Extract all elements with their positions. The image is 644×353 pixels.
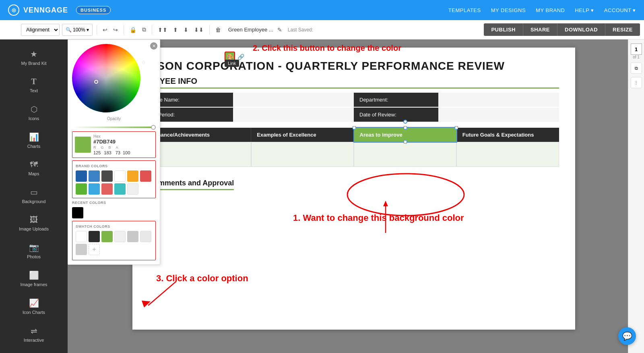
resize-button[interactable]: RESIZE: [605, 23, 640, 36]
sidebar-item-charts[interactable]: 📊 Charts: [0, 127, 68, 154]
page-number: 1: [631, 44, 642, 55]
alignment-select[interactable]: Alignment: [21, 24, 60, 36]
swatch-color-5[interactable]: [127, 231, 138, 242]
bring-front-button[interactable]: ⬆⬆: [156, 25, 169, 35]
nav-templates[interactable]: TEMPLATES: [448, 7, 481, 13]
brand-color-7[interactable]: [76, 183, 87, 195]
main-layout: ★ My Brand Kit T Text ⬡ Icons 📊 Charts 🗺…: [0, 39, 644, 353]
color-wheel[interactable]: [72, 44, 140, 112]
r-label: R: [93, 145, 96, 150]
hex-info: Hex #7DB749 R G B A 125 183 73 100: [93, 134, 153, 155]
sidebar-item-interactive[interactable]: ⇌ Interactive: [0, 320, 68, 348]
brand-color-9[interactable]: [101, 183, 113, 195]
brand-colors-section: BRAND COLORS: [72, 160, 156, 198]
cell-employee-name-value: [233, 93, 354, 107]
sidebar: ★ My Brand Kit T Text ⬡ Icons 📊 Charts 🗺…: [0, 39, 68, 353]
brand-color-4[interactable]: [114, 170, 126, 182]
color-wheel-area: [68, 40, 160, 116]
page-indicator: 1 of 1: [631, 44, 642, 59]
sidebar-label-icons: Icons: [29, 116, 39, 121]
swatch-color-2[interactable]: [89, 231, 100, 242]
send-back-button[interactable]: ⬇: [182, 25, 190, 35]
comments-heading: Comments and Approval: [149, 179, 234, 190]
hex-label: Hex: [93, 134, 153, 139]
brand-color-10[interactable]: [114, 183, 126, 195]
background-icon: ▭: [30, 187, 38, 197]
add-swatch-button[interactable]: +: [89, 244, 100, 255]
sidebar-label-text: Text: [30, 88, 38, 93]
share-button[interactable]: SHARE: [523, 23, 557, 36]
image-uploads-icon: 🖼: [30, 215, 38, 224]
nav-my-brand[interactable]: MY BRAND: [536, 7, 565, 13]
menu-icon[interactable]: ☰: [4, 21, 19, 38]
lock-button[interactable]: 🔒: [128, 25, 138, 35]
nav-help[interactable]: HELP: [575, 7, 594, 13]
brand-color-2[interactable]: [89, 170, 100, 182]
image-frames-icon: ⬜: [29, 270, 39, 280]
b-value[interactable]: 73: [116, 150, 120, 155]
r-value[interactable]: 125: [93, 150, 101, 155]
td-performance: [149, 142, 251, 167]
sidebar-item-my-brand-kit[interactable]: ★ My Brand Kit: [0, 44, 68, 71]
brand-color-11[interactable]: [127, 183, 138, 195]
undo-button[interactable]: ↩: [101, 25, 109, 35]
bring-forward-button[interactable]: ⬆: [171, 25, 180, 35]
sidebar-item-photos[interactable]: 📷 Photos: [0, 237, 68, 265]
swatch-color-6[interactable]: [140, 231, 151, 242]
handle-tm: [404, 126, 407, 129]
edit-name-button[interactable]: ✎: [276, 25, 284, 35]
sidebar-item-icon-charts[interactable]: 📈 Icon Charts: [0, 293, 68, 320]
page-of-label: of 1: [633, 55, 640, 59]
cell-review-date-value: [438, 108, 559, 122]
publish-button[interactable]: PUBLISH: [484, 23, 523, 36]
last-saved-label: Last Saved:: [288, 27, 313, 33]
sidebar-item-text[interactable]: T Text: [0, 71, 68, 99]
brand-color-6[interactable]: [140, 170, 151, 182]
brand-color-1[interactable]: [76, 170, 87, 182]
chat-bubble[interactable]: 💬: [618, 327, 636, 345]
download-button[interactable]: DOWNLOAD: [557, 23, 605, 36]
sidebar-label-maps: Maps: [29, 171, 39, 176]
more-options-button[interactable]: ⋮: [631, 77, 642, 88]
sidebar-item-icons[interactable]: ⬡ Icons: [0, 99, 68, 127]
sidebar-label-my-brand-kit: My Brand Kit: [21, 61, 47, 66]
copy-button[interactable]: ⧉: [140, 25, 148, 35]
top-navigation: ◎ VENNGAGE BUSINESS TEMPLATES MY DESIGNS…: [0, 0, 644, 20]
logo[interactable]: ◎ VENNGAGE BUSINESS: [8, 4, 111, 16]
a-value[interactable]: 100: [123, 150, 130, 155]
swatch-color-3[interactable]: [101, 231, 113, 242]
swatch-color-1[interactable]: [76, 231, 87, 242]
collapse-button[interactable]: ⧉: [631, 62, 642, 74]
opacity-slider[interactable]: [72, 127, 156, 128]
maps-icon: 🗺: [30, 160, 38, 169]
brand-color-5[interactable]: [127, 170, 138, 182]
redo-button[interactable]: ↪: [111, 25, 120, 35]
rotation-handle[interactable]: [403, 120, 407, 124]
sidebar-item-image-uploads[interactable]: 🖼 Image Uploads: [0, 210, 68, 237]
brand-color-3[interactable]: [101, 170, 113, 182]
th-areas-improve: Areas to improve: [354, 128, 456, 142]
recent-swatches: [72, 207, 156, 218]
zoom-button[interactable]: 🔍 100% ▾: [62, 24, 93, 36]
cell-review-date-label: Date of Review:: [354, 108, 438, 122]
send-back-all-button[interactable]: ⬇⬇: [192, 25, 205, 35]
logo-icon: ◎: [8, 4, 19, 16]
sidebar-item-maps[interactable]: 🗺 Maps: [0, 154, 68, 182]
action-buttons: PUBLISH SHARE DOWNLOAD RESIZE: [484, 23, 640, 36]
recent-color-1[interactable]: [72, 207, 83, 218]
sidebar-label-image-frames: Image frames: [20, 282, 47, 287]
handle-tr: [455, 126, 458, 129]
nav-account[interactable]: ACCOUNT: [604, 7, 636, 13]
sidebar-item-image-frames[interactable]: ⬜ Image frames: [0, 265, 68, 293]
swatch-color-7[interactable]: [76, 244, 87, 255]
swatch-color-4[interactable]: [114, 231, 126, 242]
delete-button[interactable]: 🗑: [214, 25, 223, 35]
hex-value[interactable]: #7DB749: [93, 139, 153, 145]
sidebar-item-background[interactable]: ▭ Background: [0, 182, 68, 210]
g-value[interactable]: 183: [104, 150, 111, 155]
nav-my-designs[interactable]: MY DESIGNS: [491, 7, 526, 13]
brand-color-8[interactable]: [89, 183, 100, 195]
link-icon[interactable]: 🔗: [237, 54, 244, 60]
th-future-goals: Future Goals & Expectations: [456, 128, 559, 142]
td-goals: [456, 142, 559, 167]
